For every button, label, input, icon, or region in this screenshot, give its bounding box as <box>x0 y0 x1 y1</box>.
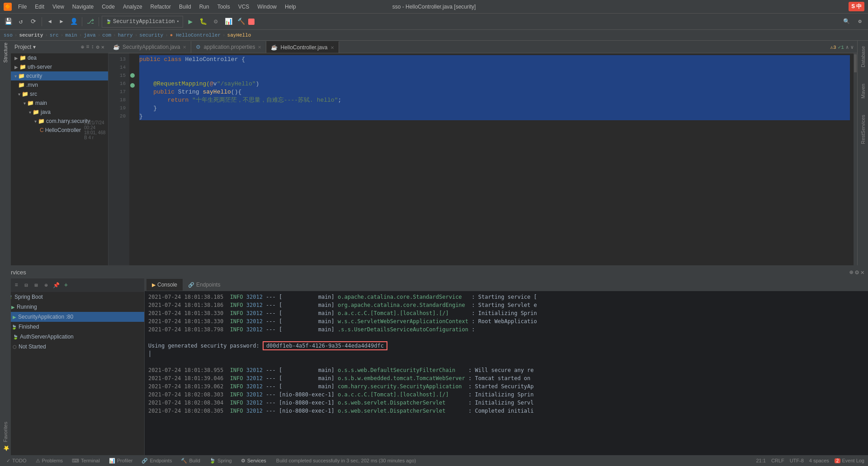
bc-src[interactable]: src <box>50 33 59 38</box>
sort-icon[interactable]: ↕ <box>91 44 94 51</box>
tree-item-src[interactable]: ▾ 📁 src <box>11 89 108 99</box>
structure-panel-btn[interactable]: Structure <box>3 42 8 63</box>
back-button[interactable]: ◀ <box>45 17 55 27</box>
svc-filter-btn[interactable]: ⊞ <box>32 281 41 290</box>
svc-springboot-group[interactable]: ▾ 🍃 Spring Boot <box>0 292 144 302</box>
tree-item-uth-server[interactable]: ▶ 📁 uth-server <box>11 62 108 71</box>
menu-code[interactable]: Code <box>98 3 118 11</box>
status-services[interactable]: ⚙ Services <box>238 455 269 466</box>
collapse-icon[interactable]: ≡ <box>86 44 89 51</box>
services-add-icon[interactable]: ⊕ <box>849 268 853 276</box>
svc-running-group[interactable]: ▾ ▶ Running <box>0 302 144 312</box>
menu-navigate[interactable]: Navigate <box>69 3 97 11</box>
svc-finished-group[interactable]: ▾ 🍃 Finished <box>0 322 144 332</box>
nav-down-btn[interactable]: ∨ <box>850 44 854 50</box>
code-lines[interactable]: public class HelloController { @RequestM… <box>136 53 854 276</box>
menu-build[interactable]: Build <box>175 3 195 11</box>
event-log-badge[interactable]: 2 Event Log <box>835 458 864 463</box>
tab-security-app[interactable]: ☕ SecurityApplication.java ✕ <box>108 41 191 53</box>
svc-collapse-btn[interactable]: ≡ <box>12 281 21 290</box>
tree-item-java[interactable]: ▾ 📁 java <box>11 108 108 117</box>
status-build[interactable]: 🔨 Build <box>178 455 203 466</box>
tab-close-2[interactable]: ✕ <box>258 45 261 50</box>
database-panel-btn[interactable]: Database <box>860 42 866 71</box>
menu-vcs[interactable]: VCS <box>235 3 253 11</box>
user-button[interactable]: 👤 <box>68 16 79 27</box>
locate-icon[interactable]: ⊕ <box>81 44 84 51</box>
tab-app-props[interactable]: ⚙ application.properties ✕ <box>191 41 266 53</box>
nav-up-btn[interactable]: ∧ <box>846 44 849 50</box>
status-endpoints[interactable]: 🔗 Endpoints <box>139 455 175 466</box>
svc-pin-btn[interactable]: 📌 <box>52 281 61 290</box>
maven-panel-btn[interactable]: Maven <box>860 80 866 102</box>
menu-help[interactable]: Help <box>281 3 300 11</box>
svc-group-btn[interactable]: ⊕ <box>42 281 51 290</box>
svc-notstarted-group[interactable]: ▶ ⬡ Not Started <box>0 342 144 352</box>
status-terminal[interactable]: ⌨ Terminal <box>69 455 103 466</box>
close-panel-icon[interactable]: ✕ <box>101 44 104 51</box>
sync-button[interactable]: ↺ <box>15 16 26 27</box>
stop-button[interactable] <box>248 19 255 25</box>
build-icon: 🔨 <box>181 458 187 464</box>
tab-close-1[interactable]: ✕ <box>183 45 186 50</box>
tree-item-mvn[interactable]: 📁 .mvn <box>11 80 108 89</box>
bc-main[interactable]: main <box>65 33 77 38</box>
tab-label-2: application.properties <box>203 44 255 50</box>
status-profiler[interactable]: 📊 Profiler <box>106 455 136 466</box>
refresh-button[interactable]: ⟳ <box>28 16 39 27</box>
line-ending[interactable]: CRLF <box>771 458 784 463</box>
save-all-button[interactable]: 💾 <box>3 16 14 27</box>
favorites-panel-btn[interactable]: Favorites <box>3 422 8 442</box>
run-button[interactable]: ▶ <box>185 16 196 27</box>
editor-scrollbar[interactable] <box>854 53 857 276</box>
svc-security-app[interactable]: ▶ SecurityApplication :80 <box>0 312 144 322</box>
menu-view[interactable]: View <box>49 3 68 11</box>
debug-button[interactable]: 🐛 <box>198 16 208 27</box>
menu-edit[interactable]: Edit <box>31 3 48 11</box>
run-config-dropdown[interactable]: 🍃 SecurityApplication ▾ <box>102 16 183 28</box>
bc-security2[interactable]: security <box>139 33 163 38</box>
forward-button[interactable]: ▶ <box>57 17 66 27</box>
bc-harry[interactable]: harry <box>118 33 133 38</box>
build-button[interactable]: 🔨 <box>236 16 246 27</box>
bc-hellocontroller[interactable]: ● HelloController <box>170 33 221 38</box>
tree-item-hellocontroller[interactable]: C HelloController 2021/7/24 00:24 18:01,… <box>11 126 108 135</box>
run-coverage-button[interactable]: ⚙ <box>210 16 221 27</box>
settings-icon[interactable]: ⚙ <box>96 44 99 51</box>
menu-file[interactable]: File <box>14 3 30 11</box>
menu-window[interactable]: Window <box>254 3 280 11</box>
indent[interactable]: 4 spaces <box>809 458 829 463</box>
bookmark-panel-btn[interactable]: ⭐ <box>3 446 9 452</box>
settings-button[interactable]: ⚙ <box>854 16 865 27</box>
tree-item-main[interactable]: ▾ 📁 main <box>11 99 108 108</box>
svc-expand-btn[interactable]: ⊟ <box>22 281 31 290</box>
status-problems[interactable]: ⚠ Problems <box>33 455 66 466</box>
menu-tools[interactable]: Tools <box>214 3 234 11</box>
console-tab-console[interactable]: ▶ Console <box>146 279 183 291</box>
restservices-panel-btn[interactable]: RestServices <box>860 111 866 148</box>
tree-item-dea[interactable]: ▶ 📁 dea <box>11 53 108 62</box>
bc-com[interactable]: com <box>102 33 111 38</box>
console-output[interactable]: 2021-07-24 18:01:38.185 INFO 32012 --- [… <box>145 291 868 455</box>
tree-item-ecurity[interactable]: ▾ 📁 ecurity <box>11 71 108 80</box>
menu-refactor[interactable]: Refactor <box>147 3 175 11</box>
cursor-position[interactable]: 21:1 <box>756 458 765 463</box>
encoding[interactable]: UTF-8 <box>790 458 804 463</box>
tab-hello-controller[interactable]: ☕ HelloController.java ✕ <box>266 41 339 53</box>
status-todo[interactable]: ✓ TODO <box>4 455 29 466</box>
global-search-button[interactable]: 🔍 <box>841 16 852 27</box>
profile-button[interactable]: 📊 <box>223 16 234 27</box>
git-icon[interactable]: ⎇ <box>85 16 96 27</box>
services-settings-icon[interactable]: ⚙ <box>855 268 859 276</box>
bc-java[interactable]: java <box>84 33 95 38</box>
bc-security[interactable]: security <box>19 33 43 38</box>
svc-auth-app[interactable]: 🍃 AuthServerApplication <box>0 332 144 342</box>
bc-sso[interactable]: sso <box>4 33 13 38</box>
console-tab-endpoints[interactable]: 🔗 Endpoints <box>183 279 226 291</box>
tab-close-3[interactable]: ✕ <box>330 45 334 50</box>
services-close-icon[interactable]: ✕ <box>861 268 864 276</box>
status-spring[interactable]: 🍃 Spring <box>207 455 235 466</box>
svc-add-btn[interactable]: + <box>61 281 71 290</box>
menu-analyze[interactable]: Analyze <box>119 3 146 11</box>
menu-run[interactable]: Run <box>196 3 213 11</box>
